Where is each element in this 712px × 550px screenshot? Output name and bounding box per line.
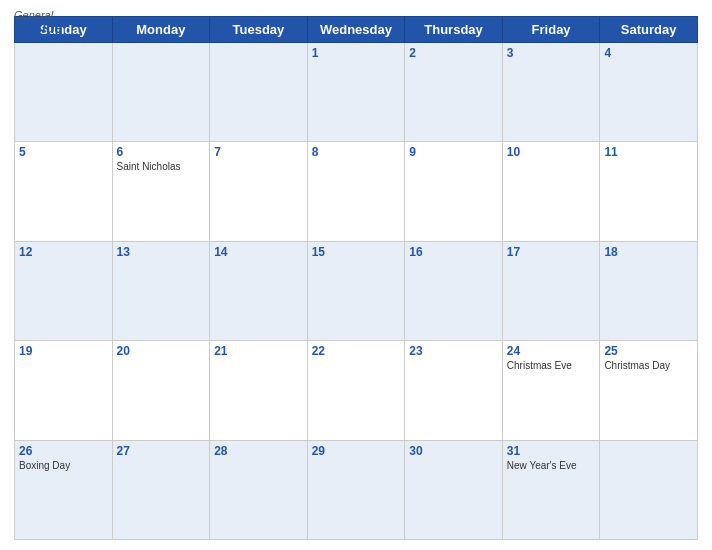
calendar-container: General Blue SundayMondayTuesdayWednesda… xyxy=(0,0,712,550)
holiday-name: Saint Nicholas xyxy=(117,161,206,172)
calendar-cell: 24Christmas Eve xyxy=(502,341,600,440)
calendar-cell: 28 xyxy=(210,440,308,539)
calendar-cell: 25Christmas Day xyxy=(600,341,698,440)
holiday-name: Christmas Eve xyxy=(507,360,596,371)
day-number: 4 xyxy=(604,46,693,60)
calendar-cell: 10 xyxy=(502,142,600,241)
calendar-cell: 22 xyxy=(307,341,405,440)
logo-blue: Blue xyxy=(14,21,62,35)
day-number: 18 xyxy=(604,245,693,259)
holiday-name: Boxing Day xyxy=(19,460,108,471)
calendar-cell: 13 xyxy=(112,241,210,340)
day-number: 29 xyxy=(312,444,401,458)
day-number: 5 xyxy=(19,145,108,159)
calendar-cell: 19 xyxy=(15,341,113,440)
calendar-week-row-4: 192021222324Christmas Eve25Christmas Day xyxy=(15,341,698,440)
calendar-cell: 5 xyxy=(15,142,113,241)
calendar-week-row-3: 12131415161718 xyxy=(15,241,698,340)
calendar-cell: 18 xyxy=(600,241,698,340)
day-number: 28 xyxy=(214,444,303,458)
day-number: 7 xyxy=(214,145,303,159)
calendar-cell: 6Saint Nicholas xyxy=(112,142,210,241)
day-number: 19 xyxy=(19,344,108,358)
weekday-header-friday: Friday xyxy=(502,17,600,43)
day-number: 16 xyxy=(409,245,498,259)
calendar-cell: 11 xyxy=(600,142,698,241)
calendar-cell: 20 xyxy=(112,341,210,440)
day-number: 13 xyxy=(117,245,206,259)
day-number: 3 xyxy=(507,46,596,60)
calendar-cell xyxy=(15,43,113,142)
calendar-table: SundayMondayTuesdayWednesdayThursdayFrid… xyxy=(14,16,698,540)
calendar-cell: 31New Year's Eve xyxy=(502,440,600,539)
calendar-week-row-2: 56Saint Nicholas7891011 xyxy=(15,142,698,241)
day-number: 10 xyxy=(507,145,596,159)
calendar-cell xyxy=(600,440,698,539)
calendar-cell: 14 xyxy=(210,241,308,340)
logo: General Blue xyxy=(14,10,62,35)
calendar-week-row-1: 1234 xyxy=(15,43,698,142)
calendar-cell: 29 xyxy=(307,440,405,539)
calendar-cell: 26Boxing Day xyxy=(15,440,113,539)
calendar-cell: 27 xyxy=(112,440,210,539)
calendar-cell: 8 xyxy=(307,142,405,241)
calendar-cell: 30 xyxy=(405,440,503,539)
day-number: 17 xyxy=(507,245,596,259)
calendar-week-row-5: 26Boxing Day2728293031New Year's Eve xyxy=(15,440,698,539)
weekday-header-row: SundayMondayTuesdayWednesdayThursdayFrid… xyxy=(15,17,698,43)
calendar-cell: 9 xyxy=(405,142,503,241)
calendar-cell: 2 xyxy=(405,43,503,142)
calendar-cell: 12 xyxy=(15,241,113,340)
weekday-header-wednesday: Wednesday xyxy=(307,17,405,43)
day-number: 1 xyxy=(312,46,401,60)
calendar-cell: 4 xyxy=(600,43,698,142)
calendar-cell: 16 xyxy=(405,241,503,340)
day-number: 2 xyxy=(409,46,498,60)
holiday-name: New Year's Eve xyxy=(507,460,596,471)
calendar-cell: 1 xyxy=(307,43,405,142)
day-number: 23 xyxy=(409,344,498,358)
day-number: 6 xyxy=(117,145,206,159)
calendar-cell xyxy=(112,43,210,142)
day-number: 22 xyxy=(312,344,401,358)
day-number: 26 xyxy=(19,444,108,458)
day-number: 9 xyxy=(409,145,498,159)
day-number: 8 xyxy=(312,145,401,159)
weekday-header-thursday: Thursday xyxy=(405,17,503,43)
holiday-name: Christmas Day xyxy=(604,360,693,371)
day-number: 27 xyxy=(117,444,206,458)
day-number: 20 xyxy=(117,344,206,358)
calendar-cell: 7 xyxy=(210,142,308,241)
calendar-cell: 3 xyxy=(502,43,600,142)
day-number: 15 xyxy=(312,245,401,259)
calendar-cell: 21 xyxy=(210,341,308,440)
day-number: 11 xyxy=(604,145,693,159)
calendar-cell: 17 xyxy=(502,241,600,340)
weekday-header-tuesday: Tuesday xyxy=(210,17,308,43)
logo-bird-icon xyxy=(14,21,30,35)
calendar-cell: 15 xyxy=(307,241,405,340)
weekday-header-monday: Monday xyxy=(112,17,210,43)
day-number: 12 xyxy=(19,245,108,259)
weekday-header-saturday: Saturday xyxy=(600,17,698,43)
day-number: 14 xyxy=(214,245,303,259)
calendar-cell: 23 xyxy=(405,341,503,440)
day-number: 24 xyxy=(507,344,596,358)
day-number: 30 xyxy=(409,444,498,458)
calendar-cell xyxy=(210,43,308,142)
day-number: 25 xyxy=(604,344,693,358)
day-number: 31 xyxy=(507,444,596,458)
day-number: 21 xyxy=(214,344,303,358)
